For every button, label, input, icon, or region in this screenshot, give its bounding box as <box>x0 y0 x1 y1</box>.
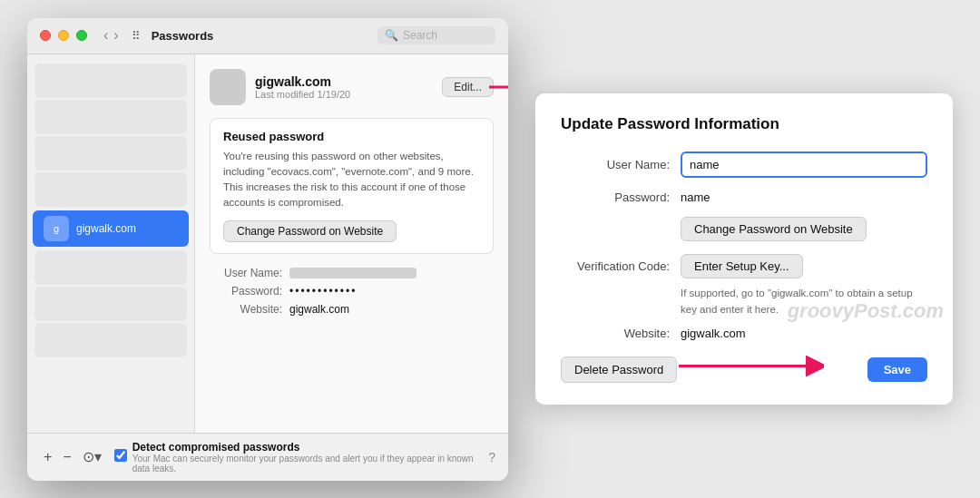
password-value: •••••••••••• <box>289 285 357 298</box>
action-button[interactable]: ⊙▾ <box>79 446 105 467</box>
passwords-window: ‹ › ⠿ Passwords 🔍 Search g gigwalk.com <box>27 18 508 481</box>
save-button[interactable]: Save <box>867 357 927 382</box>
dialog-website-label: Website: <box>561 327 670 340</box>
sidebar-blurred-4 <box>34 172 187 207</box>
bottom-bar: + − ⊙▾ Detect compromised passwords Your… <box>27 433 508 481</box>
main-content: gigwalk.com Last modified 1/19/20 Edit..… <box>195 54 508 433</box>
dialog-website-row: Website: gigwalk.com <box>561 327 927 340</box>
detect-checkbox[interactable] <box>114 449 127 462</box>
dialog-change-pwd-row: Change Password on Website <box>561 217 927 241</box>
arrow-annotation <box>489 76 508 98</box>
username-row: User Name: <box>210 267 494 279</box>
sidebar-item-label: gigwalk.com <box>76 222 136 235</box>
title-bar: ‹ › ⠿ Passwords 🔍 Search <box>27 18 508 54</box>
search-icon: 🔍 <box>385 29 398 42</box>
change-password-website-button[interactable]: Change Password on Website <box>223 220 397 242</box>
dialog-change-password-button[interactable]: Change Password on Website <box>681 217 867 241</box>
username-input[interactable] <box>681 151 927 178</box>
password-row: Password: •••••••••••• <box>210 285 494 298</box>
detect-desc: Your Mac can securely monitor your passw… <box>132 454 489 474</box>
delete-password-button[interactable]: Delete Password <box>561 356 677 383</box>
detect-row: Detect compromised passwords Your Mac ca… <box>114 441 489 474</box>
dialog-password-row: Password: name <box>561 190 927 204</box>
back-button[interactable]: ‹ <box>103 28 108 43</box>
grid-button[interactable]: ⠿ <box>132 29 141 43</box>
reused-section: Reused password You're reusing this pass… <box>210 118 494 254</box>
window-body: g gigwalk.com gigwalk.com Last modified … <box>27 54 508 433</box>
entry-domain: gigwalk.com <box>255 74 433 89</box>
reused-title: Reused password <box>223 130 480 143</box>
website-row: Website: gigwalk.com <box>210 303 494 316</box>
sidebar-item-gigwalk[interactable]: g gigwalk.com <box>33 210 189 247</box>
username-label: User Name: <box>210 267 282 279</box>
dialog-website-value: gigwalk.com <box>681 327 927 340</box>
add-button[interactable]: + <box>40 447 55 467</box>
enter-setup-key-button[interactable]: Enter Setup Key... <box>681 254 803 278</box>
dialog-footer: Delete Password Save <box>561 356 927 383</box>
gigwalk-icon: g <box>44 216 69 241</box>
dialog-verification-row: Verification Code: Enter Setup Key... <box>561 254 927 278</box>
password-label: Password: <box>210 285 282 298</box>
minimize-button[interactable] <box>58 30 69 41</box>
website-value: gigwalk.com <box>289 303 349 316</box>
dialog-arrow <box>679 353 824 386</box>
credentials-section: User Name: Password: •••••••••••• Websit… <box>210 267 494 316</box>
remove-button[interactable]: − <box>59 447 74 467</box>
dialog-username-row: User Name: <box>561 151 927 178</box>
sidebar-blurred-7 <box>34 323 187 357</box>
close-button[interactable] <box>40 30 51 41</box>
sidebar: g gigwalk.com <box>27 54 195 433</box>
website-label: Website: <box>210 303 282 316</box>
dialog-title: Update Password Information <box>561 115 927 133</box>
entry-info: gigwalk.com Last modified 1/19/20 <box>255 74 433 100</box>
entry-icon <box>210 69 246 105</box>
dialog-verification-label: Verification Code: <box>561 259 670 273</box>
dialog-username-label: User Name: <box>561 158 670 171</box>
sidebar-blurred-2 <box>34 100 187 134</box>
nav-controls: ‹ › <box>103 28 119 43</box>
window-title: Passwords <box>152 29 370 43</box>
sidebar-blurred-5 <box>34 250 187 285</box>
maximize-button[interactable] <box>76 30 87 41</box>
bottom-controls: + − ⊙▾ <box>40 446 105 467</box>
forward-button[interactable]: › <box>113 28 118 43</box>
dialog-password-value: name <box>681 190 927 204</box>
entry-modified: Last modified 1/19/20 <box>255 89 433 100</box>
edit-button[interactable]: Edit... <box>442 77 494 97</box>
entry-header: gigwalk.com Last modified 1/19/20 Edit..… <box>210 69 494 105</box>
sidebar-blurred-6 <box>34 287 187 321</box>
username-value-blurred <box>289 268 416 278</box>
help-button[interactable]: ? <box>488 450 495 464</box>
update-password-dialog: Update Password Information User Name: P… <box>535 93 953 405</box>
sidebar-blurred-3 <box>34 136 187 171</box>
watermark: groovyPost.com <box>788 299 944 323</box>
search-bar[interactable]: 🔍 Search <box>377 26 495 44</box>
save-arrow <box>679 354 824 379</box>
sidebar-blurred-1 <box>34 63 187 98</box>
dialog-password-label: Password: <box>561 190 670 204</box>
reused-desc: You're reusing this password on other we… <box>223 149 480 211</box>
search-placeholder: Search <box>403 29 437 42</box>
detect-label: Detect compromised passwords <box>132 441 489 454</box>
